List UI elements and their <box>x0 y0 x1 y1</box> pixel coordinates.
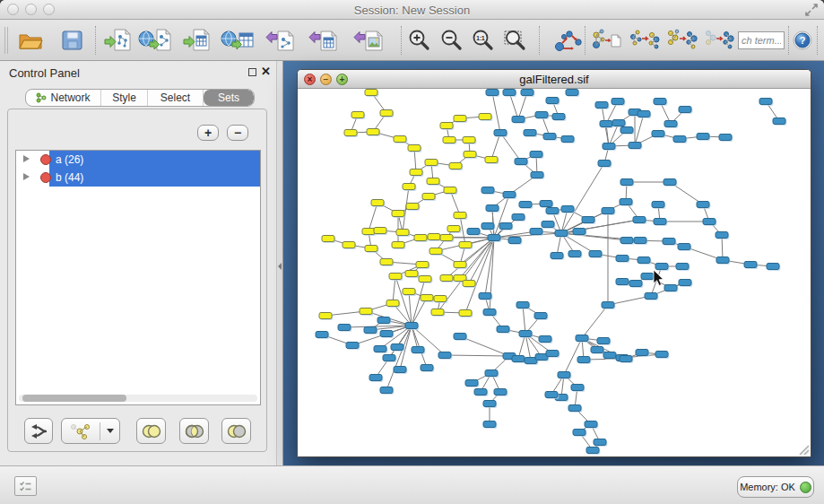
graph-node[interactable] <box>679 107 691 113</box>
graph-node[interactable] <box>479 114 491 120</box>
graph-node[interactable] <box>595 102 608 109</box>
panel-splitter[interactable] <box>276 61 283 465</box>
graph-node[interactable] <box>486 205 499 212</box>
import-table-web-button[interactable] <box>220 24 257 56</box>
graph-node[interactable] <box>497 326 509 333</box>
graph-node[interactable] <box>716 257 729 264</box>
graph-node[interactable] <box>392 242 404 248</box>
memory-status-button[interactable]: Memory: OK <box>737 476 814 498</box>
graph-node[interactable] <box>620 127 633 134</box>
network-from-selection-2-button[interactable] <box>628 24 662 56</box>
expander-icon[interactable] <box>23 173 30 180</box>
graph-node[interactable] <box>410 169 422 176</box>
save-session-button[interactable] <box>58 24 85 56</box>
graph-node[interactable] <box>577 357 590 363</box>
graph-node[interactable] <box>678 244 690 250</box>
zoom-fit-button[interactable] <box>502 24 529 56</box>
title-bar[interactable]: Session: New Session <box>0 0 824 20</box>
graph-node[interactable] <box>338 325 351 331</box>
graph-node[interactable] <box>561 136 574 143</box>
graph-node[interactable] <box>603 143 615 150</box>
graph-node[interactable] <box>535 112 548 118</box>
graph-node[interactable] <box>524 130 536 136</box>
create-set-dropdown[interactable] <box>100 429 119 433</box>
graph-node[interactable] <box>744 262 757 268</box>
graph-node[interactable] <box>638 111 650 117</box>
graph-node[interactable] <box>481 223 494 230</box>
graph-node[interactable] <box>440 123 453 129</box>
zoom-in-button[interactable] <box>407 24 432 56</box>
graph-node[interactable] <box>343 242 355 248</box>
search-input[interactable] <box>738 31 785 49</box>
graph-node[interactable] <box>374 228 386 234</box>
graph-node[interactable] <box>716 232 728 239</box>
graph-node[interactable] <box>616 279 629 285</box>
network-frame[interactable]: × − + galFiltered.sif <box>297 69 811 457</box>
graph-node[interactable] <box>555 230 568 237</box>
tab-select[interactable]: Select <box>148 90 204 106</box>
graph-node[interactable] <box>405 271 418 277</box>
graph-node[interactable] <box>346 343 359 349</box>
graph-node[interactable] <box>697 134 709 140</box>
graph-node[interactable] <box>428 234 440 240</box>
scrollbar-thumb[interactable] <box>22 395 126 402</box>
graph-node[interactable] <box>380 259 393 265</box>
graph-node[interactable] <box>431 309 444 316</box>
remove-set-button[interactable]: − <box>227 125 248 141</box>
graph-node[interactable] <box>369 375 382 381</box>
graph-node[interactable] <box>454 213 466 219</box>
import-table-file-button[interactable] <box>183 24 212 56</box>
graph-node[interactable] <box>530 152 542 158</box>
graph-node[interactable] <box>389 274 402 280</box>
graph-node[interactable] <box>703 219 716 225</box>
graph-node[interactable] <box>403 289 415 295</box>
graph-node[interactable] <box>371 200 384 206</box>
graph-node[interactable] <box>521 90 533 96</box>
graph-node[interactable] <box>508 238 521 244</box>
graph-node[interactable] <box>380 387 393 394</box>
graph-node[interactable] <box>664 121 677 127</box>
graph-node[interactable] <box>598 161 611 167</box>
graph-node[interactable] <box>434 296 447 302</box>
difference-sets-button[interactable] <box>221 418 251 444</box>
network-from-selection-3-button[interactable] <box>665 24 699 56</box>
tab-style[interactable]: Style <box>101 90 148 106</box>
graph-node[interactable] <box>364 327 377 334</box>
graph-node[interactable] <box>636 350 648 356</box>
graph-node[interactable] <box>542 222 554 228</box>
graph-node[interactable] <box>485 157 498 163</box>
graph-node[interactable] <box>421 365 433 371</box>
graph-node[interactable] <box>545 392 558 398</box>
graph-node[interactable] <box>444 187 456 194</box>
graph-node[interactable] <box>465 380 478 387</box>
graph-node[interactable] <box>568 251 581 257</box>
graph-node[interactable] <box>449 163 462 169</box>
graph-node[interactable] <box>633 217 646 223</box>
graph-node[interactable] <box>519 331 532 337</box>
open-session-button[interactable] <box>17 24 44 56</box>
graph-node[interactable] <box>322 236 334 242</box>
graph-node[interactable] <box>551 253 563 259</box>
graph-node[interactable] <box>479 293 491 300</box>
create-set-icon-area[interactable] <box>62 423 100 439</box>
graph-node[interactable] <box>546 208 559 214</box>
network-frame-titlebar[interactable]: × − + galFiltered.sif <box>298 70 811 89</box>
list-item-set-a[interactable]: a (26) <box>16 151 260 169</box>
task-history-button[interactable] <box>14 476 37 496</box>
graph-node[interactable] <box>654 99 666 105</box>
graph-node[interactable] <box>412 347 424 353</box>
graph-node[interactable] <box>386 300 399 307</box>
graph-node[interactable] <box>416 262 429 268</box>
graph-node[interactable] <box>597 338 610 344</box>
graph-node[interactable] <box>367 129 379 135</box>
graph-node[interactable] <box>403 184 415 190</box>
graph-node[interactable] <box>673 136 686 143</box>
resize-grip-icon[interactable] <box>800 446 810 456</box>
intersection-sets-button[interactable] <box>179 418 209 444</box>
graph-node[interactable] <box>394 367 406 373</box>
graph-node[interactable] <box>463 281 475 287</box>
graph-node[interactable] <box>374 346 386 352</box>
graph-node[interactable] <box>512 356 525 362</box>
float-panel-icon[interactable] <box>248 68 256 76</box>
graph-node[interactable] <box>719 135 732 141</box>
